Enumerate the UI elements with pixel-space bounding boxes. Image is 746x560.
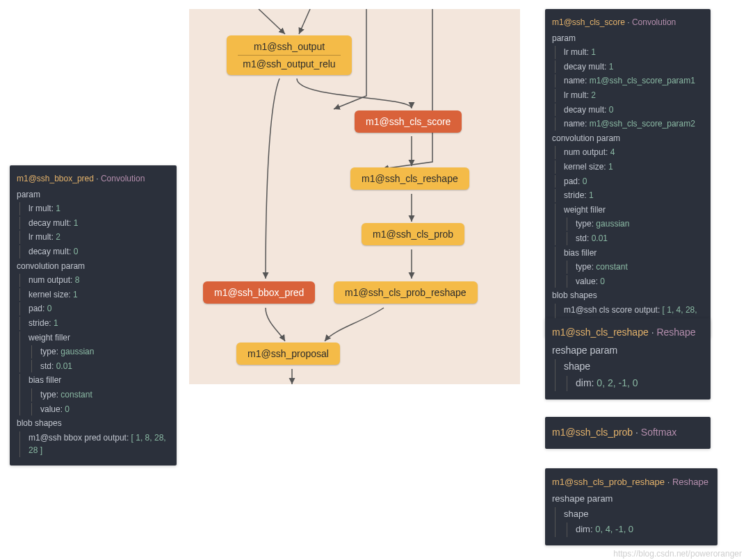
section-param: param: [17, 188, 170, 201]
section-param: param: [552, 32, 704, 45]
key: m1@ssh cls score output:: [564, 305, 663, 315]
key: shape: [564, 509, 588, 519]
section-blob: blob shapes: [552, 289, 704, 302]
panel-title: m1@ssh_bbox_pred · Convolution: [17, 172, 170, 186]
key: lr mult:: [29, 204, 56, 213]
panel-title: m1@ssh_cls_prob · Softmax: [552, 425, 704, 440]
key: name:: [564, 76, 590, 85]
key: weight filler: [29, 333, 70, 343]
layer-name: m1@ssh_cls_prob: [552, 427, 633, 438]
panel-title: m1@ssh_cls_reshape · Reshape: [552, 325, 704, 340]
node-sublabel: m1@ssh_output_relu: [238, 55, 341, 69]
key: num output:: [564, 147, 610, 157]
separator-dot: ·: [635, 427, 641, 438]
value: 1: [609, 62, 614, 72]
panel-cls-prob-reshape: m1@ssh_cls_prob_reshape · Reshape reshap…: [545, 468, 717, 545]
value: 1: [54, 318, 58, 328]
value: m1@ssh_cls_score_param2: [590, 119, 695, 129]
value: 1: [74, 218, 79, 228]
panel-bbox-pred: m1@ssh_bbox_pred · Convolution param lr …: [10, 165, 177, 466]
key: kernel size:: [564, 162, 608, 172]
layer-type: Reshape: [672, 477, 708, 487]
layer-type: Reshape: [656, 327, 695, 338]
key: type:: [40, 347, 60, 356]
key: dim:: [576, 524, 595, 534]
value: 0, 2, -1, 0: [597, 377, 638, 388]
node-ssh-output: m1@ssh_output m1@ssh_output_relu: [227, 35, 352, 75]
value: m1@ssh_cls_score_param1: [590, 76, 695, 85]
node-label: m1@ssh_output: [254, 41, 325, 52]
key: type:: [576, 219, 596, 229]
panel-title: m1@ssh_cls_prob_reshape · Reshape: [552, 475, 711, 489]
value: 8: [75, 275, 80, 285]
key: stride:: [564, 190, 589, 200]
node-cls-prob: m1@ssh_cls_prob: [362, 223, 464, 245]
value: 0.01: [592, 233, 608, 243]
key: stride:: [29, 318, 54, 328]
layer-name: m1@ssh_cls_prob_reshape: [552, 477, 665, 487]
watermark: https://blog.csdn.net/poweroranger: [613, 549, 742, 559]
layer-type: Softmax: [641, 427, 676, 438]
key: decay mult:: [29, 247, 74, 256]
key: decay mult:: [29, 218, 74, 228]
section-conv: convolution param: [17, 260, 170, 273]
value: 1: [589, 190, 594, 200]
key: num output:: [29, 275, 75, 285]
section-conv: convolution param: [552, 132, 704, 145]
key: lr mult:: [564, 90, 591, 100]
key: type:: [40, 390, 60, 400]
key: decay mult:: [564, 62, 609, 72]
panel-cls-score: m1@ssh_cls_score · Convolution param lr …: [545, 9, 711, 338]
key: weight filler: [564, 205, 606, 215]
value: 0: [609, 105, 614, 115]
node-cls-reshape: m1@ssh_cls_reshape: [350, 167, 469, 190]
key: pad:: [564, 176, 583, 186]
layer-type: Convolution: [101, 174, 145, 183]
node-label: m1@ssh_cls_prob: [373, 229, 453, 240]
value: 1: [56, 204, 60, 213]
node-label: m1@ssh_cls_prob_reshape: [345, 287, 467, 298]
value: 2: [56, 232, 60, 242]
node-label: m1@ssh_cls_score: [366, 116, 451, 127]
key: lr mult:: [564, 47, 591, 57]
key: value:: [40, 404, 65, 414]
value: 0, 4, -1, 0: [595, 524, 633, 534]
value: 1: [73, 290, 78, 299]
key: type:: [576, 262, 596, 272]
section-reshape: reshape param: [552, 492, 711, 506]
separator-dot: ·: [96, 174, 101, 183]
value: 1: [591, 47, 596, 57]
layer-name: m1@ssh_bbox_pred: [17, 174, 94, 183]
key: value:: [576, 277, 600, 286]
panel-cls-prob: m1@ssh_cls_prob · Softmax: [545, 417, 711, 449]
value: 0: [583, 176, 587, 186]
value: 0: [74, 247, 79, 256]
value: 2: [591, 90, 596, 100]
key: std:: [576, 233, 592, 243]
section-reshape: reshape param: [552, 343, 704, 359]
key: lr mult:: [29, 232, 56, 242]
key: std:: [40, 361, 56, 371]
layer-type: Convolution: [632, 17, 676, 27]
key: bias filler: [564, 248, 597, 258]
node-label: m1@ssh_proposal: [248, 348, 329, 359]
separator-dot: ·: [667, 477, 672, 487]
node-label: m1@ssh_cls_reshape: [362, 173, 458, 184]
key: decay mult:: [564, 105, 609, 115]
key: shape: [564, 361, 590, 372]
layer-name: m1@ssh_cls_score: [552, 17, 625, 27]
panel-cls-reshape: m1@ssh_cls_reshape · Reshape reshape par…: [545, 318, 711, 400]
node-cls-score: m1@ssh_cls_score: [355, 110, 462, 133]
value: 0: [65, 404, 70, 414]
value: gaussian: [60, 347, 94, 356]
node-cls-prob-reshape: m1@ssh_cls_prob_reshape: [334, 281, 478, 304]
section-blob: blob shapes: [17, 417, 170, 430]
key: pad:: [29, 304, 47, 313]
key: kernel size:: [29, 290, 73, 299]
value: 4: [610, 147, 615, 157]
key: name:: [564, 119, 590, 129]
key: m1@ssh bbox pred output:: [29, 433, 131, 443]
key: bias filler: [29, 375, 61, 385]
value: 0.01: [56, 361, 72, 371]
key: dim:: [576, 377, 597, 388]
